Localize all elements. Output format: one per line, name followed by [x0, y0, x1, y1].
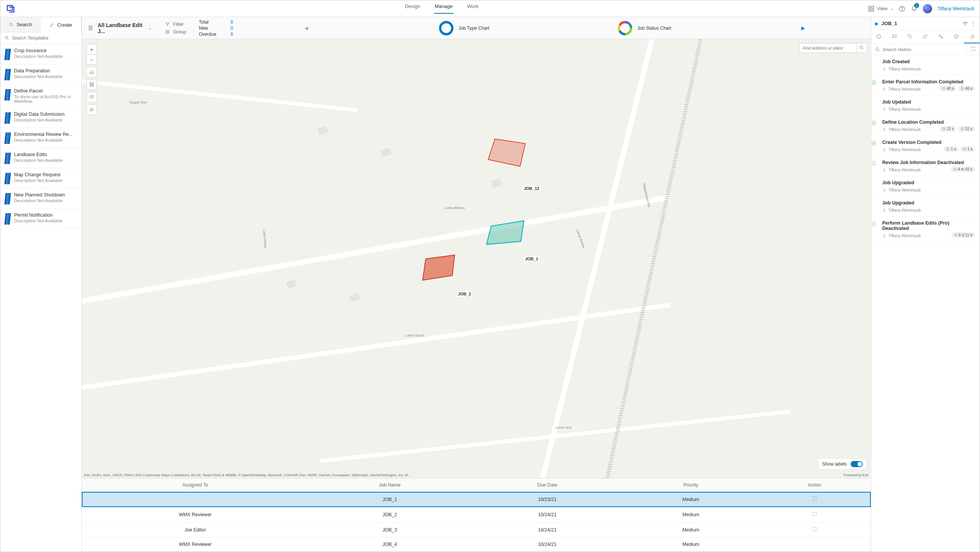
- table-row[interactable]: WMX ReviewerJOB_210/24/21Medium: [82, 507, 871, 522]
- help-icon[interactable]: [899, 5, 905, 12]
- notifications-button[interactable]: 1: [911, 5, 918, 13]
- zoom-in-button[interactable]: +: [86, 44, 97, 54]
- svg-rect-31: [90, 85, 91, 86]
- filter-button[interactable]: Filter: [165, 22, 186, 27]
- job-status-chart[interactable]: Job Status Chart: [617, 20, 671, 37]
- template-search-input[interactable]: [12, 35, 78, 41]
- job-polygon-12[interactable]: [484, 136, 530, 170]
- col-header[interactable]: Job Name: [309, 479, 471, 492]
- avatar[interactable]: [923, 4, 932, 13]
- template-search[interactable]: [0, 32, 81, 44]
- refresh-icon[interactable]: [963, 21, 968, 26]
- svg-point-37: [876, 48, 878, 50]
- col-header[interactable]: Priority: [624, 479, 758, 492]
- history-user: Tiffany Weintraub: [882, 107, 975, 112]
- job-polygon-1[interactable]: [484, 219, 530, 250]
- map[interactable]: Topper Run Loma Blanca Loma Secca Loma A…: [82, 39, 871, 478]
- expand-icon: [970, 46, 976, 51]
- legend-button[interactable]: [86, 104, 97, 115]
- template-item[interactable]: Environmental Review Re...Description No…: [0, 128, 81, 148]
- template-item[interactable]: New Planned ShutdownDescription Not Avai…: [0, 188, 81, 209]
- history-title: Enter Parcel Information Completed: [882, 79, 975, 85]
- expand-action-icon[interactable]: [812, 526, 817, 532]
- history-item: Perform Landbase Edits (Pro) Deactivated…: [878, 217, 980, 242]
- nav-work[interactable]: Work: [466, 3, 479, 14]
- svg-point-7: [10, 23, 13, 26]
- svg-point-45: [884, 128, 885, 129]
- layers-button[interactable]: [86, 92, 97, 102]
- svg-point-48: [872, 141, 876, 145]
- tab-location[interactable]: [902, 30, 918, 43]
- grid-icon: [89, 82, 94, 87]
- tab-attachments[interactable]: [918, 30, 933, 43]
- svg-point-43: [884, 108, 885, 109]
- tab-properties[interactable]: [949, 30, 964, 43]
- tab-comments[interactable]: [887, 30, 902, 43]
- table-row[interactable]: JOB_110/23/21Medium: [82, 492, 871, 507]
- view-dropdown[interactable]: View ⌄: [868, 5, 893, 12]
- tab-info[interactable]: [871, 30, 887, 43]
- template-title: Landbase Edits: [14, 152, 63, 157]
- job-type-dropdown[interactable]: All Landbase Edit J... ⌄: [82, 22, 158, 34]
- template-icon: [4, 69, 11, 80]
- template-icon: [4, 213, 11, 225]
- svg-point-16: [169, 30, 169, 31]
- nav-design[interactable]: Design: [404, 3, 421, 14]
- more-icon[interactable]: ⋮: [971, 21, 976, 26]
- job-title: JOB_1: [881, 21, 959, 26]
- user-name[interactable]: Tiffany Weintraub: [937, 6, 974, 11]
- duration-tag: 1 s: [943, 146, 958, 152]
- show-labels-toggle[interactable]: [851, 461, 863, 467]
- template-title: Digital Data Submission: [14, 112, 65, 117]
- svg-rect-29: [90, 83, 91, 84]
- carousel-next[interactable]: ▶: [799, 25, 807, 31]
- carousel-prev[interactable]: ◀: [302, 25, 310, 31]
- template-icon: [4, 173, 11, 184]
- document-icon: [88, 25, 94, 32]
- template-item[interactable]: Digital Data SubmissionDescription Not A…: [0, 108, 81, 128]
- zoom-out-button[interactable]: −: [86, 54, 97, 65]
- svg-point-11: [166, 32, 167, 32]
- col-header[interactable]: Due Date: [471, 479, 624, 492]
- history-item: Define Location CompletedTiffany Weintra…: [878, 116, 980, 136]
- table-row[interactable]: WMX ReviewerJOB_410/24/21Medium: [82, 538, 871, 552]
- tab-history[interactable]: [964, 30, 980, 43]
- history-search-input[interactable]: [883, 47, 965, 52]
- home-button[interactable]: [86, 67, 97, 77]
- template-item[interactable]: Landbase EditsDescription Not Available: [0, 148, 81, 168]
- tab-search[interactable]: Search: [0, 17, 41, 32]
- history-icon: [969, 34, 975, 39]
- template-desc: Description Not Available: [14, 138, 73, 142]
- map-search-button[interactable]: [856, 43, 867, 53]
- table-row[interactable]: Joe EditorJOB_310/24/21Medium: [82, 522, 871, 538]
- back-arrow-icon[interactable]: ▶: [875, 21, 878, 26]
- history-list: Job CreatedTiffany WeintraubEnter Parcel…: [871, 55, 980, 552]
- expand-action-icon[interactable]: [812, 511, 817, 517]
- col-header[interactable]: Assigned To: [82, 479, 309, 492]
- job-polygon-2[interactable]: [421, 254, 459, 285]
- nav-manage[interactable]: Manage: [434, 3, 453, 14]
- history-title: Job Created: [882, 59, 975, 64]
- job-type-chart[interactable]: Job Type Chart: [438, 20, 489, 37]
- map-search-input[interactable]: [799, 43, 856, 53]
- pencil-icon: [49, 22, 55, 27]
- chevron-down-icon: ⌄: [890, 6, 893, 11]
- tab-diagram[interactable]: [933, 30, 949, 43]
- street-label: Loma Secca: [405, 333, 424, 337]
- template-item[interactable]: Data PreparationDescription Not Availabl…: [0, 64, 81, 85]
- job-type-label: All Landbase Edit J...: [98, 22, 145, 34]
- svg-point-17: [169, 32, 169, 32]
- tab-create[interactable]: Create: [41, 17, 81, 32]
- col-header[interactable]: Action: [758, 479, 871, 492]
- template-item[interactable]: Crop InsuranceDescription Not Available: [0, 44, 81, 64]
- expand-button[interactable]: [967, 46, 976, 53]
- group-button[interactable]: Group: [165, 29, 186, 35]
- donut-icon: [438, 20, 455, 37]
- expand-action-icon[interactable]: [812, 496, 817, 501]
- template-item[interactable]: Map Change RequestDescription Not Availa…: [0, 168, 81, 188]
- template-icon: [4, 132, 11, 144]
- show-labels-text: Show labels: [822, 461, 847, 467]
- template-item[interactable]: Define ParcelTo show use of ArcGIS Pro i…: [0, 85, 81, 108]
- basemap-button[interactable]: [86, 79, 97, 90]
- template-item[interactable]: Permit NotificationDescription Not Avail…: [0, 209, 81, 229]
